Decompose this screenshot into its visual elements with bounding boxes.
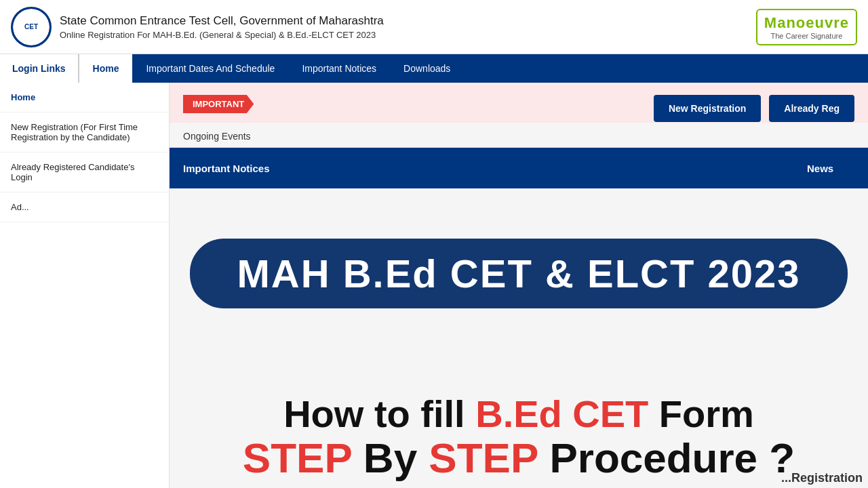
bottom-line1-part2: Form — [648, 392, 754, 435]
nav-item-notices[interactable]: Important Notices — [288, 54, 390, 83]
sidebar-item-already-registered[interactable]: Already Registered Candidate's Login — [0, 152, 169, 192]
sidebar: Home New Registration (For First Time Re… — [0, 83, 170, 488]
nav-item-downloads[interactable]: Downloads — [390, 54, 464, 83]
important-banner: IMPORTANT New Registration Already Reg — [170, 83, 868, 123]
main-layout: Home New Registration (For First Time Re… — [0, 83, 868, 488]
bottom-line1-highlight: B.Ed CET — [475, 392, 648, 435]
bottom-by: By — [352, 434, 429, 481]
header-subtitle: Online Registration For MAH-B.Ed. (Gener… — [60, 30, 756, 40]
important-tag: IMPORTANT — [183, 95, 254, 113]
nav-items: Home Important Dates And Schedule Import… — [79, 54, 465, 83]
news-header: News — [787, 148, 868, 188]
overlay-banner: MAH B.Ed CET & ELCT 2023 — [190, 239, 848, 308]
ongoing-events-label: Ongoing Events — [183, 131, 251, 142]
bottom-text-overlay: How to fill B.Ed CET Form STEP By STEP P… — [170, 393, 868, 481]
navbar: Login Links Home Important Dates And Sch… — [0, 54, 868, 83]
login-links-label: Login Links — [0, 54, 79, 83]
header-title: State Common Entrance Test Cell, Governm… — [60, 14, 756, 28]
cet-logo: CET — [11, 7, 52, 47]
nav-item-home[interactable]: Home — [79, 54, 133, 83]
header-text: State Common Entrance Test Cell, Governm… — [60, 14, 756, 40]
logo-inner: CET — [13, 9, 50, 45]
manoeuvre-rest: anoeuvre — [777, 14, 849, 31]
notices-row: Important Notices News — [170, 148, 868, 188]
content-area: IMPORTANT New Registration Already Reg O… — [170, 83, 868, 488]
bottom-line2: STEP By STEP Procedure ? — [197, 435, 841, 481]
overlay-title: MAH B.Ed CET & ELCT 2023 — [237, 251, 800, 296]
manoeuvre-tagline: The Career Signature — [771, 32, 843, 40]
bottom-step1: STEP — [243, 434, 352, 481]
bottom-step2: STEP — [429, 434, 538, 481]
bottom-line1: How to fill B.Ed CET Form — [197, 393, 841, 435]
important-notices-header: Important Notices — [170, 148, 787, 188]
manoeuvre-logo: Manoeuvre The Career Signature — [756, 9, 857, 45]
manoeuvre-brand: Manoeuvre — [764, 14, 849, 32]
sidebar-item-ad[interactable]: Ad... — [0, 192, 169, 222]
bottom-line1-part1: How to fill — [283, 392, 475, 435]
already-registered-button[interactable]: Already Reg — [769, 95, 854, 122]
nav-item-dates[interactable]: Important Dates And Schedule — [132, 54, 288, 83]
header: CET State Common Entrance Test Cell, Gov… — [0, 0, 868, 54]
bottom-procedure: Procedure ? — [538, 434, 795, 481]
sidebar-item-new-registration[interactable]: New Registration (For First Time Registr… — [0, 113, 169, 152]
manoeuvre-m-letter: M — [764, 14, 777, 31]
reg-buttons: New Registration Already Reg — [654, 95, 854, 122]
sidebar-item-home[interactable]: Home — [0, 83, 169, 113]
new-registration-button[interactable]: New Registration — [654, 95, 761, 122]
ongoing-events-section: Ongoing Events — [170, 123, 868, 148]
